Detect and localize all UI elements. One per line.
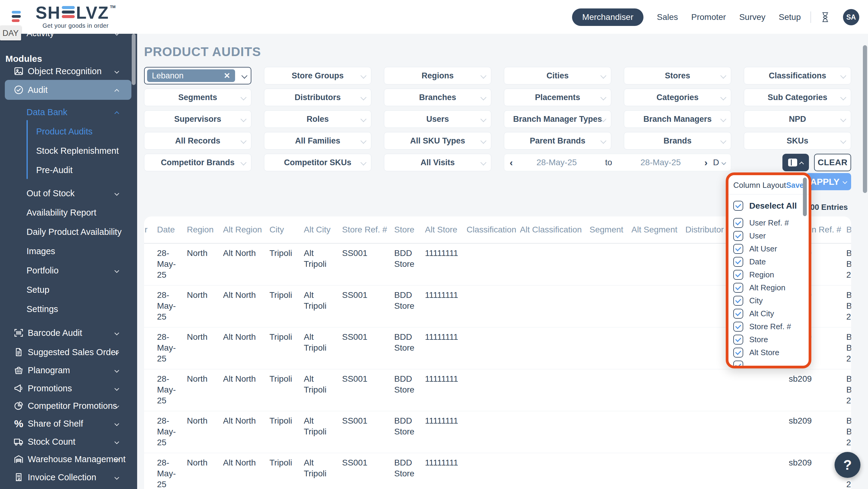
sidebar-item-data-bank[interactable]: Data Bank [0, 105, 137, 119]
column-header-date[interactable]: Date [157, 225, 175, 235]
granularity-select[interactable]: D [713, 158, 719, 167]
sidebar-item-invoice-collection[interactable]: Invoice Collection [0, 470, 137, 485]
column-header-clipped-fragment[interactable]: B [846, 225, 851, 235]
table-row[interactable]: 28-May-25 North Alt North Tripoli Alt Tr… [144, 369, 851, 411]
column-header-alt-store[interactable]: Alt Store [425, 225, 457, 235]
column-checkbox-item[interactable]: Alt Region [733, 281, 809, 294]
filter-dropdown[interactable]: All Families [264, 132, 371, 150]
column-checkbox-item[interactable]: Region [733, 268, 809, 281]
sidebar-item-portfolio[interactable]: Portfolio [0, 263, 137, 278]
filter-dropdown[interactable]: Distributors [264, 89, 371, 106]
hamburger-menu-icon[interactable] [12, 11, 21, 24]
remove-country-icon[interactable]: ✕ [224, 71, 230, 81]
table-row[interactable]: 28-May-25 North Alt North Tripoli Alt Tr… [144, 411, 851, 453]
filter-dropdown[interactable]: Parent Brands [504, 132, 611, 150]
column-header-region[interactable]: Region [187, 225, 214, 235]
filter-dropdown[interactable]: Branches [384, 89, 491, 106]
checkbox-checked-icon[interactable] [733, 201, 743, 211]
column-header-segment[interactable]: Segment [590, 225, 623, 235]
start-date[interactable]: 28-May-25 [536, 158, 577, 167]
sidebar-item-warehouse-management[interactable]: Warehouse Management [0, 452, 137, 466]
checkbox-checked-icon[interactable] [733, 322, 743, 332]
filter-dropdown[interactable]: NPD [744, 110, 851, 128]
column-header-alt-city[interactable]: Alt City [304, 225, 331, 235]
column-header-alt-classification[interactable]: Alt Classification [520, 225, 582, 235]
column-checkbox-item[interactable]: Alt City [733, 307, 809, 320]
sidebar-item-out-of-stock[interactable]: Out of Stock [0, 186, 137, 201]
checkbox-checked-icon[interactable] [733, 347, 743, 358]
filter-dropdown[interactable]: All Visits [384, 154, 491, 171]
page-scrollbar-thumb[interactable] [863, 45, 867, 193]
next-date-arrow[interactable]: › [704, 157, 708, 168]
checkbox-checked-icon[interactable] [733, 296, 743, 306]
filter-dropdown[interactable]: Store Groups [264, 67, 371, 84]
filter-dropdown[interactable]: Competitor Brands [144, 154, 251, 171]
filter-dropdown[interactable]: Segments [144, 89, 251, 106]
sidebar-item-daily-product-availability[interactable]: Daily Product Availability [0, 224, 137, 239]
filter-dropdown[interactable]: Cities [504, 67, 611, 84]
filter-dropdown[interactable]: SKUs [744, 132, 851, 150]
prev-date-arrow[interactable]: ‹ [510, 157, 513, 168]
clear-button[interactable]: CLEAR [814, 154, 851, 171]
checkbox-checked-icon[interactable] [733, 257, 743, 267]
date-range-picker[interactable]: ‹ 28-May-25 to 28-May-25 › D [504, 154, 731, 171]
column-header-ref-fragment[interactable]: n Ref. # [812, 225, 841, 235]
sidebar-item-barcode-audit[interactable]: Barcode Audit [0, 326, 137, 340]
sidebar-item-share-of-shelf[interactable]: % Share of Shelf [0, 416, 137, 431]
save-link[interactable]: Save [786, 181, 804, 190]
sidebar-item-availability-report[interactable]: Availability Report [0, 205, 137, 220]
apply-button[interactable]: APPLY [806, 173, 851, 190]
filter-dropdown[interactable]: Users [384, 110, 491, 128]
column-header-alt-segment[interactable]: Alt Segment [631, 225, 678, 235]
column-checkbox-item[interactable]: City [733, 294, 809, 307]
column-checkbox-item[interactable]: Date [733, 255, 809, 268]
filter-dropdown[interactable]: All Records [144, 132, 251, 150]
checkbox-checked-icon[interactable] [733, 270, 743, 280]
column-checkbox-item[interactable]: Alt Store [733, 346, 809, 359]
sidebar-scrollbar-thumb[interactable] [132, 34, 135, 85]
sidebar-item-competitor-promotions[interactable]: Competitor Promotions [0, 399, 137, 413]
country-filter[interactable]: Lebanon ✕ [144, 67, 251, 84]
column-checkbox-item[interactable]: User [733, 230, 809, 242]
column-checkbox-item[interactable]: Alt User [733, 242, 809, 255]
column-header-store-ref[interactable]: Store Ref. # [342, 225, 387, 235]
filter-dropdown[interactable]: All SKU Types [384, 132, 491, 150]
table-row[interactable]: 28-May-25 North Alt North Tripoli Alt Tr… [144, 453, 851, 489]
column-checkbox-item[interactable]: Deselect All [733, 199, 809, 212]
sidebar-item-object-recognition[interactable]: Object Recognition [0, 64, 137, 79]
user-avatar[interactable]: SA [843, 9, 859, 25]
sidebar-item-stock-count[interactable]: Stock Count [0, 434, 137, 449]
sidebar-item-setup[interactable]: Setup [0, 282, 137, 297]
app-logo[interactable]: SH LVZ TM Get your goods in order [36, 4, 116, 29]
checkbox-checked-icon[interactable] [733, 335, 743, 344]
filter-dropdown[interactable]: Branch Manager Types [504, 110, 611, 128]
column-header-city[interactable]: City [270, 225, 284, 235]
sidebar-item-images[interactable]: Images [0, 244, 137, 258]
tab-sales[interactable]: Sales [657, 12, 678, 22]
checkbox-checked-icon[interactable] [733, 283, 743, 293]
popup-scrollbar-thumb[interactable] [803, 178, 807, 216]
filter-dropdown[interactable]: Placements [504, 89, 611, 106]
filter-dropdown[interactable]: Branch Managers [624, 110, 731, 128]
help-button[interactable]: ? [835, 452, 861, 478]
checkbox-checked-icon[interactable] [733, 218, 743, 228]
tab-setup[interactable]: Setup [779, 12, 801, 22]
checkbox-checked-icon[interactable] [733, 309, 743, 319]
tab-survey[interactable]: Survey [739, 12, 766, 22]
sidebar-item-pre-audit[interactable]: Pre-Audit [0, 163, 137, 177]
filter-dropdown[interactable]: Classifications [744, 67, 851, 84]
sidebar-item-suggested-sales-order[interactable]: Suggested Sales Order [0, 345, 137, 359]
filter-dropdown[interactable]: Supervisors [144, 110, 251, 128]
column-checkbox-item-partial[interactable] [733, 359, 809, 368]
filter-dropdown[interactable]: Regions [384, 67, 491, 84]
hourglass-icon[interactable] [821, 12, 830, 23]
selected-country-chip[interactable]: Lebanon ✕ [147, 69, 235, 82]
filter-dropdown[interactable]: Brands [624, 132, 731, 150]
checkbox-checked-icon[interactable] [733, 361, 743, 368]
end-date[interactable]: 28-May-25 [641, 158, 681, 167]
sidebar-item-settings[interactable]: Settings [0, 302, 137, 316]
tab-merchandiser[interactable]: Merchandiser [572, 8, 644, 26]
column-header-distributor[interactable]: Distributor [685, 225, 724, 235]
sidebar-item-product-audits[interactable]: Product Audits [0, 124, 137, 139]
filter-dropdown[interactable]: Stores [624, 67, 731, 84]
